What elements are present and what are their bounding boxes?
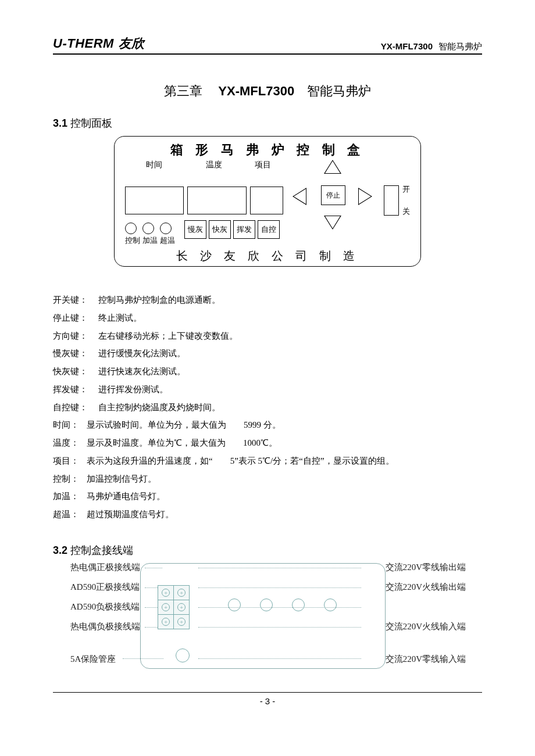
led-label-heat: 加温 [142, 235, 158, 246]
control-panel-figure: 箱 形 马 弗 炉 控 制 盒 时间 温度 项目 停止 [114, 136, 421, 267]
label-item: 项目 [245, 160, 281, 170]
wiring-right-label: 交流220V火线输出端 [386, 582, 466, 593]
header-product-name: 智能马弗炉 [438, 41, 482, 52]
section-3-1-title: 控制面板 [70, 117, 112, 129]
def-desc: 进行缓慢灰化法测试。 [98, 345, 482, 363]
definitions-list: 开关键：控制马弗炉控制盒的电源通断。 停止键：终止测试。 方向键：左右键移动光标… [53, 291, 482, 524]
terminal-circle-icon [260, 599, 273, 611]
wiring-diagram: 热电偶正极接线端 AD590正极接线端 AD590负极接线端 热电偶负极接线端 … [76, 563, 448, 669]
panel-maker: 长 沙 友 欣 公 司 制 造 [125, 248, 410, 264]
def-desc: 终止测试。 [98, 309, 482, 327]
def-term: 项目： [53, 452, 87, 470]
def-term: 方向键： [53, 327, 98, 345]
wiring-left-label: 热电偶负极接线端 [70, 621, 140, 632]
left-arrow-button[interactable] [293, 188, 306, 205]
def-term: 慢灰键： [53, 345, 98, 363]
chapter-title: 第三章 YX-MFL7300 智能马弗炉 [53, 83, 482, 100]
panel-title: 箱 形 马 弗 炉 控 制 盒 [125, 141, 410, 159]
def-term: 挥发键： [53, 381, 98, 399]
def-term: 快灰键： [53, 363, 98, 381]
wiring-left-label: 热电偶正极接线端 [70, 562, 140, 573]
led-label-overtemp: 超温 [160, 235, 175, 246]
display-item [250, 187, 284, 214]
terminal-circle-icon [228, 599, 241, 611]
page-header: U-THERM 友欣 YX-MFL7300 智能马弗炉 [53, 35, 482, 55]
def-desc: 显示试验时间。单位为分，最大值为 5999 分。 [87, 416, 482, 434]
fuse-socket-icon [176, 648, 190, 662]
led-heat [142, 223, 154, 234]
display-time [125, 187, 184, 214]
wiring-right-label: 交流220V火线输入端 [386, 621, 466, 632]
chapter-model: YX-MFL7300 [218, 84, 294, 98]
brand-logo: U-THERM 友欣 [53, 35, 145, 52]
terminal-circle-icon [292, 599, 305, 611]
def-term: 超温： [53, 506, 87, 524]
arrow-pad: 停止 [289, 160, 376, 230]
def-desc: 显示及时温度。单位为℃，最大值为 1000℃。 [87, 434, 482, 452]
def-term: 温度： [53, 434, 87, 452]
section-3-2-num: 3.2 [53, 544, 67, 556]
switch-off-label: 关 [402, 206, 410, 217]
wiring-right-label: 交流220V零线输出端 [386, 562, 466, 573]
def-desc: 马弗炉通电信号灯。 [87, 488, 482, 506]
brand-en: U-THERM [53, 36, 114, 51]
section-3-2-title: 控制盒接线端 [70, 544, 133, 556]
def-desc: 左右键移动光标；上下键改变数值。 [98, 327, 482, 345]
page-number: - 3 - [53, 696, 482, 706]
display-temp [187, 187, 246, 214]
label-time: 时间 [125, 160, 183, 170]
header-model-code: YX-MFL7300 [381, 41, 433, 52]
def-desc: 进行挥发份测试。 [98, 381, 482, 399]
led-overtemp [160, 223, 172, 234]
chapter-product: 智能马弗炉 [307, 84, 371, 98]
terminal-circle-icon [324, 599, 337, 611]
wiring-left-label: 5A保险管座 [70, 654, 116, 665]
section-3-1-num: 3.1 [53, 117, 67, 129]
wiring-left-label: AD590负极接线端 [70, 601, 140, 612]
wiring-left-label: AD590正极接线端 [70, 582, 140, 593]
down-arrow-button[interactable] [324, 216, 341, 230]
footer-rule [53, 692, 482, 693]
chapter-label: 第三章 [164, 84, 202, 98]
def-term: 时间： [53, 416, 87, 434]
auto-button[interactable]: 自控 [258, 220, 280, 239]
section-3-2-heading: 3.2 控制盒接线端 [53, 543, 482, 557]
wiring-right-label: 交流220V零线输入端 [386, 654, 466, 665]
header-model: YX-MFL7300 智能马弗炉 [381, 41, 482, 52]
def-desc: 控制马弗炉控制盒的电源通断。 [98, 291, 482, 309]
up-arrow-button[interactable] [324, 160, 341, 174]
brand-cn: 友欣 [119, 35, 145, 52]
right-arrow-button[interactable] [358, 188, 372, 205]
label-temp: 温度 [183, 160, 245, 170]
power-switch[interactable] [384, 185, 399, 216]
def-term: 开关键： [53, 291, 98, 309]
stop-button[interactable]: 停止 [321, 185, 345, 205]
def-desc: 表示为这段升温的升温速度，如“ 5”表示 5℃/分；若“自控”，显示设置的组。 [87, 452, 482, 470]
led-control [125, 223, 137, 234]
switch-on-label: 开 [402, 184, 410, 195]
volatile-button[interactable]: 挥发 [233, 220, 255, 239]
def-term: 停止键： [53, 309, 98, 327]
fast-ash-button[interactable]: 快灰 [209, 220, 231, 239]
led-label-control: 控制 [125, 235, 140, 246]
def-term: 控制： [53, 470, 87, 488]
def-desc: 加温控制信号灯。 [87, 470, 482, 488]
def-desc: 超过预期温度信号灯。 [87, 506, 482, 524]
def-desc: 进行快速灰化法测试。 [98, 363, 482, 381]
def-desc: 自主控制灼烧温度及灼烧时间。 [98, 399, 482, 417]
def-term: 加温： [53, 488, 87, 506]
section-3-1-heading: 3.1 控制面板 [53, 116, 482, 130]
def-term: 自控键： [53, 399, 98, 417]
slow-ash-button[interactable]: 慢灰 [184, 220, 206, 239]
